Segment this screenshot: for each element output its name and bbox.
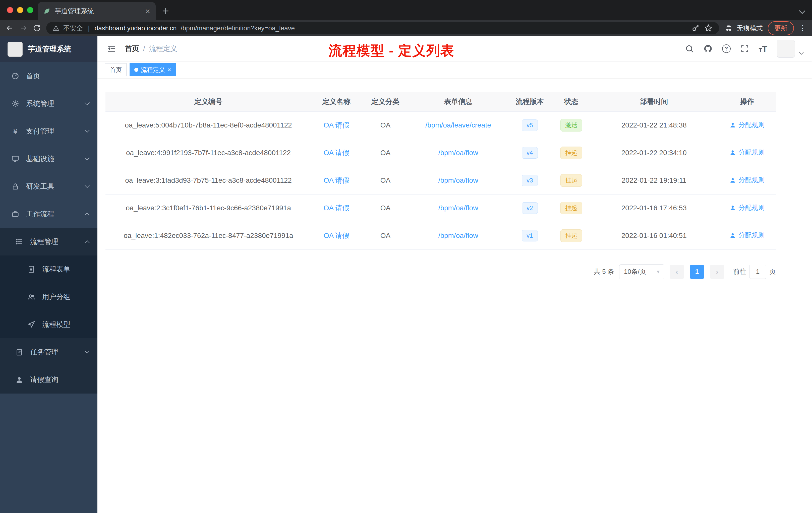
breadcrumb-home[interactable]: 首页 — [125, 44, 139, 54]
app-title: 芋道管理系统 — [28, 44, 71, 54]
sidebar-item-label: 流程模型 — [42, 320, 70, 329]
user-icon — [729, 122, 736, 128]
yen-icon: ¥ — [10, 127, 20, 135]
definition-name-link[interactable]: OA 请假 — [324, 176, 349, 184]
security-label[interactable]: 不安全 — [63, 24, 83, 33]
tab-favicon-icon — [43, 7, 51, 15]
page-content: 定义编号 定义名称 定义分类 表单信息 流程版本 状态 部署时间 操作 oa_l… — [97, 78, 812, 279]
incognito-label: 无痕模式 — [737, 24, 763, 33]
page-size-value: 10条/页 — [624, 267, 646, 276]
search-icon[interactable] — [685, 44, 694, 53]
sidebar-item-infrastructure[interactable]: 基础设施 — [0, 145, 97, 173]
chevron-down-icon — [85, 128, 90, 133]
page-size-select[interactable]: 10条/页 ▾ — [619, 264, 664, 279]
form-link[interactable]: /bpm/oa/flow — [438, 149, 478, 157]
status-badge: 激活 — [560, 119, 582, 131]
github-icon[interactable] — [703, 44, 713, 53]
assign-rule-link[interactable]: 分配规则 — [729, 148, 764, 157]
pagination-total: 共 5 条 — [594, 267, 614, 276]
definition-id: oa_leave:1:482ec033-762a-11ec-8477-a2380… — [106, 222, 311, 249]
avatar[interactable] — [777, 40, 795, 58]
app-logo[interactable]: 芋道管理系统 — [0, 36, 97, 62]
forward-button[interactable] — [19, 24, 28, 32]
deploy-time: 2022-01-22 20:34:10 — [590, 139, 718, 167]
sidebar-item-process-form[interactable]: 流程表单 — [0, 255, 97, 283]
assign-rule-link[interactable]: 分配规则 — [729, 120, 764, 129]
definition-name-link[interactable]: OA 请假 — [324, 232, 349, 239]
page-1-button[interactable]: 1 — [690, 265, 704, 279]
assign-rule-link[interactable]: 分配规则 — [729, 176, 764, 184]
sidebar-item-process-model[interactable]: 流程模型 — [0, 311, 97, 338]
form-link[interactable]: /bpm/oa/flow — [438, 232, 478, 239]
version-badge: v2 — [522, 202, 538, 214]
font-size-icon[interactable]: TT — [759, 44, 767, 53]
user-icon — [729, 177, 736, 183]
definition-category: OA — [361, 139, 409, 167]
sidebar-item-payment[interactable]: ¥ 支付管理 — [0, 117, 97, 145]
close-window-button[interactable] — [7, 7, 13, 13]
pagination: 共 5 条 10条/页 ▾ ‹ 1 › 前往 页 — [106, 264, 776, 279]
password-key-icon[interactable] — [692, 24, 700, 32]
sidebar-item-home[interactable]: 首页 — [0, 62, 97, 90]
breadcrumb-separator: / — [143, 45, 145, 53]
bookmark-star-icon[interactable] — [704, 24, 713, 32]
form-link[interactable]: /bpm/oa/flow — [438, 204, 478, 212]
form-link[interactable]: /bpm/oa/leave/create — [425, 121, 491, 129]
sidebar-item-process-management[interactable]: 流程管理 — [0, 228, 97, 255]
warning-icon — [53, 25, 59, 31]
sidebar-item-workflow[interactable]: 工作流程 — [0, 200, 97, 228]
tab-title: 芋道管理系统 — [55, 7, 141, 16]
goto-suffix: 页 — [769, 267, 776, 276]
goto-page-input[interactable] — [749, 265, 766, 279]
form-link[interactable]: /bpm/oa/flow — [438, 176, 478, 184]
tab-search-chevron-icon[interactable] — [799, 7, 805, 14]
table-row: oa_leave:3:1fad3d93-7b75-11ec-a3c8-acde4… — [106, 167, 776, 194]
definition-name-link[interactable]: OA 请假 — [324, 121, 349, 129]
next-page-button[interactable]: › — [710, 265, 724, 279]
zoom-window-button[interactable] — [27, 7, 33, 13]
sidebar: 芋道管理系统 首页 系统管理 ¥ 支付管理 基础设施 — [0, 36, 97, 513]
deploy-time: 2022-01-16 17:46:53 — [590, 194, 718, 222]
tag-process-definition[interactable]: 流程定义 × — [129, 63, 176, 76]
update-button[interactable]: 更新 — [768, 21, 794, 35]
definition-name-link[interactable]: OA 请假 — [324, 204, 349, 212]
prev-page-button[interactable]: ‹ — [670, 265, 684, 279]
address-bar[interactable]: 不安全 | dashboard.yudao.iocoder.cn/bpm/man… — [46, 22, 719, 34]
sidebar-item-task-management[interactable]: 任务管理 — [0, 338, 97, 366]
sidebar-item-user-group[interactable]: 用户分组 — [0, 283, 97, 311]
url-host: dashboard.yudao.iocoder.cn — [95, 24, 177, 32]
browser-menu-icon[interactable]: ⋮ — [799, 26, 807, 30]
table-row: oa_leave:4:991f2193-7b7f-11ec-a3c8-acde4… — [106, 139, 776, 167]
goto-prefix: 前往 — [733, 267, 746, 276]
sidebar-item-leave-query[interactable]: 请假查询 — [0, 366, 97, 394]
close-icon[interactable]: × — [168, 66, 171, 73]
assign-rule-link[interactable]: 分配规则 — [729, 231, 764, 240]
sidebar-item-system[interactable]: 系统管理 — [0, 90, 97, 117]
avatar-caret-icon[interactable] — [800, 51, 804, 55]
new-tab-button[interactable]: + — [162, 5, 169, 17]
minimize-window-button[interactable] — [17, 7, 23, 13]
sidebar-item-label: 用户分组 — [42, 292, 70, 302]
user-icon — [729, 149, 736, 156]
definition-name-link[interactable]: OA 请假 — [324, 149, 349, 157]
window-controls — [7, 7, 33, 13]
back-button[interactable] — [5, 24, 14, 32]
browser-tab[interactable]: 芋道管理系统 × — [38, 2, 156, 20]
tag-home[interactable]: 首页 — [105, 63, 126, 76]
definition-id: oa_leave:2:3c1f0ef1-76b1-11ec-9c66-a2380… — [106, 194, 311, 222]
assign-rule-link[interactable]: 分配规则 — [729, 203, 764, 212]
fullscreen-icon[interactable] — [740, 44, 749, 53]
paper-plane-icon — [27, 321, 36, 329]
gear-icon — [10, 100, 20, 108]
sidebar-item-label: 研发工具 — [26, 182, 54, 191]
column-header: 定义编号 — [106, 92, 311, 112]
help-icon[interactable]: ? — [722, 44, 731, 53]
hamburger-icon[interactable] — [107, 44, 116, 54]
reload-button[interactable] — [33, 24, 41, 32]
dashboard-icon — [10, 72, 20, 80]
sidebar-item-devtools[interactable]: 研发工具 — [0, 173, 97, 200]
tab-close-icon[interactable]: × — [145, 7, 150, 15]
sidebar-item-label: 工作流程 — [26, 209, 54, 219]
column-header: 操作 — [718, 92, 776, 112]
chevron-down-icon — [85, 100, 90, 105]
